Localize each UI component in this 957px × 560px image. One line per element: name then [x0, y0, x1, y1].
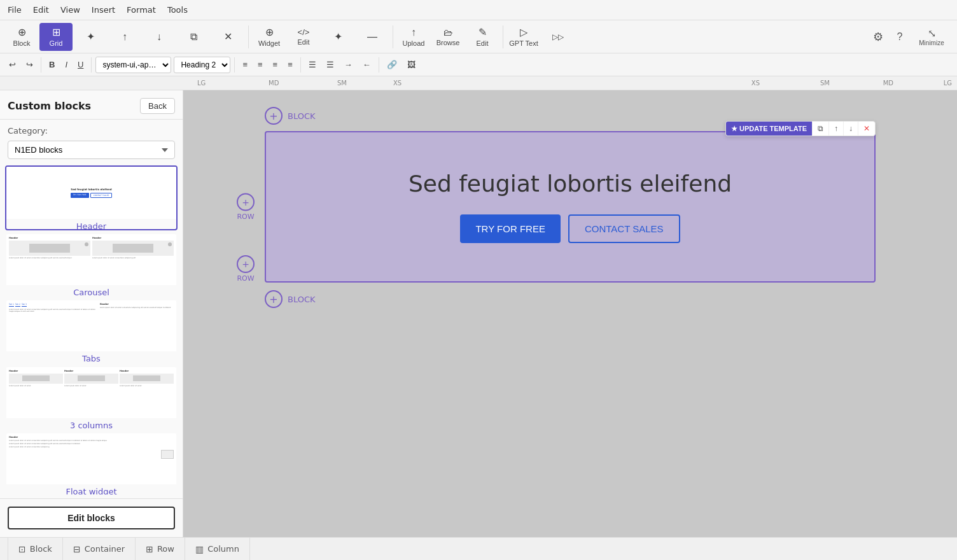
hero-section: Sed feugiat lobortis eleifend TRY FOR FR… — [265, 131, 876, 283]
row-label-bottom: ROW — [237, 274, 254, 283]
block-thumb-3col-preview: Header Lorem ipsum dolor sit amet Header… — [6, 367, 176, 418]
minimize-label: Minimize — [919, 39, 944, 46]
category-label: Category: — [0, 120, 183, 141]
align-right-btn[interactable]: ≡ — [269, 57, 282, 72]
toolbar-down-btn[interactable]: ↓ — [143, 23, 176, 51]
update-template-btn[interactable]: ★ UPDATE TEMPLATE — [726, 122, 813, 136]
toolbar-star2-btn[interactable]: ✦ — [321, 23, 354, 51]
toolbar-sep3 — [503, 25, 503, 48]
block-thumb-header[interactable]: Sed feugiat lobortis eleifend TRY FOR FR… — [5, 165, 178, 230]
upload-icon: ↑ — [411, 27, 416, 38]
toolbar-upload-label: Upload — [403, 39, 425, 47]
toolbar-gpt2-btn[interactable]: ▷▷ — [541, 23, 575, 51]
minimize-btn[interactable]: ⤡ Minimize — [911, 24, 952, 50]
try-for-free-btn[interactable]: TRY FOR FREE — [460, 214, 560, 243]
menu-format[interactable]: Format — [127, 5, 156, 15]
block-thumb-float-preview: Header Lorem ipsum dolor sit amet consec… — [6, 433, 176, 484]
down-icon: ↓ — [157, 31, 162, 43]
status-tab-row[interactable]: ⊞ Row — [136, 538, 185, 561]
toolbar-img-edit-btn[interactable]: ✎ Edit — [466, 23, 499, 51]
row-move-up-btn[interactable]: ↑ — [829, 122, 844, 136]
sidebar-header: Custom blocks Back — [0, 90, 183, 120]
block-thumb-3col[interactable]: Header Lorem ipsum dolor sit amet Header… — [5, 366, 178, 430]
gpt2-icon: ▷▷ — [552, 32, 564, 41]
align-justify-btn[interactable]: ≡ — [284, 57, 297, 72]
status-tab-block[interactable]: ⊡ Block — [8, 538, 63, 561]
toolbar-star1-btn[interactable]: ✦ — [74, 23, 107, 51]
heading-select[interactable]: Heading 2 — [174, 57, 230, 73]
format-sep5 — [379, 57, 379, 73]
block-thumb-tabs-preview: Tab 1 Tab 2 Tab 3 Lorem ipsum dolor sit … — [6, 300, 176, 351]
status-tab-column-label: Column — [207, 544, 239, 554]
list-ol-btn[interactable]: ☰ — [323, 57, 338, 72]
toolbar-widget-btn[interactable]: ⊕ Widget — [253, 23, 286, 51]
block-thumb-tabs[interactable]: Tab 1 Tab 2 Tab 3 Lorem ipsum dolor sit … — [5, 299, 178, 363]
contact-sales-btn[interactable]: CONTACT SALES — [568, 214, 680, 243]
toolbar-sep2 — [393, 25, 393, 48]
status-tab-column[interactable]: ▥ Column — [185, 538, 250, 561]
gpt-icon: ▷ — [520, 26, 527, 38]
settings-btn[interactable]: ⚙ — [868, 27, 888, 47]
block-thumb-float-widget[interactable]: Header Lorem ipsum dolor sit amet consec… — [5, 432, 178, 496]
status-tab-container[interactable]: ⊟ Container — [63, 538, 136, 561]
row-add-bottom-circle[interactable]: + — [237, 255, 255, 273]
toolbar-block-btn[interactable]: ⊕ Block — [5, 23, 38, 51]
align-center-btn[interactable]: ≡ — [254, 57, 267, 72]
block-thumb-header-preview: Sed feugiat lobortis eleifend TRY FOR FR… — [6, 167, 176, 219]
status-tab-row-label: Row — [157, 544, 174, 554]
font-select[interactable]: system-ui,-ap… — [95, 57, 171, 73]
image-btn[interactable]: 🖼 — [403, 57, 419, 72]
edit-blocks-btn[interactable]: Edit blocks — [8, 507, 175, 529]
indent-out-btn[interactable]: ← — [359, 57, 375, 72]
list-ul-btn[interactable]: ☰ — [305, 57, 320, 72]
toolbar-gpt-btn[interactable]: ▷ GPT Text — [507, 23, 540, 51]
align-left-btn[interactable]: ≡ — [239, 57, 251, 72]
underline-btn[interactable]: U — [74, 57, 87, 72]
help-btn[interactable]: ? — [890, 27, 910, 47]
format-bar: ↩ ↪ B I U system-ui,-ap… Heading 2 ≡ ≡ ≡… — [0, 53, 957, 76]
toolbar-grid-btn[interactable]: ⊞ Grid — [39, 23, 73, 51]
ruler-sm-right: SM — [820, 80, 830, 87]
menu-edit[interactable]: Edit — [33, 5, 49, 15]
close-icon: ✕ — [863, 124, 870, 133]
category-select[interactable]: N1ED blocks — [8, 141, 175, 159]
row-close-btn[interactable]: ✕ — [858, 122, 875, 136]
italic-btn[interactable]: I — [61, 57, 71, 72]
toolbar-edit-btn[interactable]: </> Edit — [287, 23, 320, 51]
ruler-lg-left: LG — [197, 80, 206, 87]
toolbar-grid-label: Grid — [50, 39, 63, 47]
toolbar-browse-btn[interactable]: 🗁 Browse — [431, 23, 465, 51]
toolbar-close1-btn[interactable]: ✕ — [211, 23, 244, 51]
menu-view[interactable]: View — [60, 5, 80, 15]
block-thumb-carousel-preview: Header Lorem ipsum dolor sit amet consec… — [6, 234, 176, 285]
toolbar-browse-label: Browse — [437, 39, 460, 46]
indent-in-btn[interactable]: → — [340, 57, 356, 72]
undo-btn[interactable]: ↩ — [5, 57, 20, 72]
ruler-md-left: MD — [269, 80, 279, 87]
row-move-down-btn[interactable]: ↓ — [844, 122, 858, 136]
menu-file[interactable]: File — [8, 5, 22, 15]
close1-icon: ✕ — [224, 31, 232, 43]
row-add-top-circle[interactable]: + — [237, 193, 255, 211]
container-status-icon: ⊟ — [73, 544, 81, 554]
menu-insert[interactable]: Insert — [92, 5, 115, 15]
add-block-top-circle[interactable]: + — [265, 107, 283, 125]
redo-btn[interactable]: ↪ — [22, 57, 37, 72]
add-block-bottom-circle[interactable]: + — [265, 290, 283, 308]
toolbar-upload-btn[interactable]: ↑ Upload — [397, 23, 430, 51]
menu-tools[interactable]: Tools — [167, 5, 188, 15]
row-duplicate-btn[interactable]: ⧉ — [813, 122, 829, 136]
add-block-top-label: BLOCK — [288, 111, 316, 121]
link-btn[interactable]: 🔗 — [383, 57, 401, 72]
back-button[interactable]: Back — [140, 98, 175, 114]
block-thumb-carousel[interactable]: Header Lorem ipsum dolor sit amet consec… — [5, 233, 178, 297]
ruler-md-right: MD — [883, 80, 893, 87]
add-block-bottom[interactable]: + BLOCK — [265, 290, 876, 308]
toolbar-edit-label: Edit — [298, 38, 310, 46]
add-block-bottom-label: BLOCK — [288, 295, 316, 304]
bold-btn[interactable]: B — [45, 57, 59, 72]
toolbar-align-btn[interactable]: — — [356, 23, 389, 51]
toolbar-copy-btn[interactable]: ⧉ — [177, 23, 210, 51]
format-sep3 — [234, 57, 235, 73]
toolbar-up-btn[interactable]: ↑ — [108, 23, 141, 51]
